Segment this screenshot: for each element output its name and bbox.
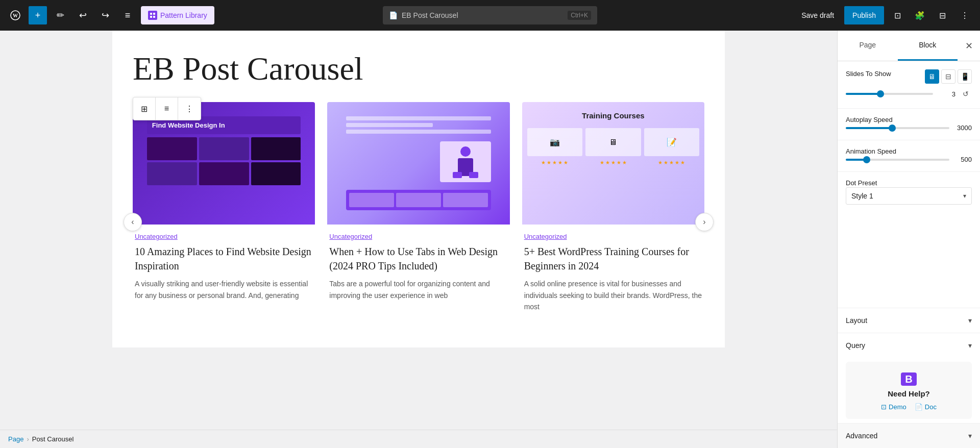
advanced-collapse-header[interactable]: Advanced ▾ <box>838 424 980 448</box>
layout-chevron: ▾ <box>968 316 972 325</box>
card-3-meta: Uncategorized 5+ Best WordPress Training… <box>522 225 704 316</box>
layout-section: Layout ▾ <box>838 308 980 333</box>
slides-icon-tablet[interactable]: ⊟ <box>941 69 955 84</box>
pattern-library-label: Pattern Library <box>160 11 207 19</box>
card3-icon-3: 📝 <box>667 137 677 147</box>
carousel-next-button[interactable]: › <box>695 213 714 232</box>
tab-page[interactable]: Page <box>838 31 898 61</box>
doc-link[interactable]: 📄 Doc <box>915 403 937 411</box>
slides-to-show-section: Slides To Show 🖥 ⊟ 📱 <box>846 69 972 100</box>
layout-label: Layout <box>846 316 867 325</box>
save-draft-button[interactable]: Save draft <box>795 8 840 22</box>
breadcrumb-current: Post Carousel <box>32 435 74 443</box>
settings-button[interactable]: ⊟ <box>933 6 951 24</box>
tab-block[interactable]: Block <box>898 31 958 61</box>
dot-preset-select[interactable]: Style 1 ▾ <box>846 187 972 205</box>
need-help-title: Need Help? <box>854 389 964 398</box>
carousel-card-1: Find Website Design In <box>133 102 315 316</box>
desktop-icon: 🖥 <box>928 72 936 81</box>
more-toolbar-icon: ⋮ <box>185 104 193 114</box>
top-bar-right: Save draft Publish ⊡ 🧩 ⊟ ⋮ <box>795 6 974 24</box>
pattern-library-icon <box>148 11 157 20</box>
animation-slider-row: 500 <box>846 156 972 163</box>
undo-button[interactable]: ↩ <box>74 6 92 24</box>
view-button[interactable]: ⊡ <box>888 6 906 24</box>
sidebar-header: Page Block ✕ <box>838 31 980 61</box>
card-1-excerpt: A visually striking and user-friendly we… <box>135 278 313 301</box>
advanced-label: Advanced <box>846 432 877 440</box>
carousel-prev-button[interactable]: ‹ <box>124 213 142 232</box>
slides-refresh-button[interactable]: ↺ <box>960 88 972 100</box>
card-2-meta: Uncategorized When + How to Use Tabs in … <box>327 225 509 305</box>
page-title: EB Post Carousel <box>133 51 704 87</box>
card-1-grid <box>147 137 301 185</box>
editor-scroll-container[interactable]: ⊞ ≡ ⋮ EB Post Carousel <box>0 31 837 430</box>
list-icon: ≡ <box>164 104 169 113</box>
breadcrumb: Page › Post Carousel <box>0 430 837 448</box>
card-2-excerpt: Tabs are a powerful tool for organizing … <box>329 278 507 301</box>
breadcrumb-page-link[interactable]: Page <box>8 435 23 443</box>
slides-slider-track[interactable] <box>846 93 933 95</box>
search-bar[interactable]: 📄 EB Post Carousel Ctrl+K <box>383 6 597 24</box>
carousel-cards: Find Website Design In <box>133 102 704 316</box>
slides-icon-mobile[interactable]: 📱 <box>958 69 972 84</box>
card-2-category[interactable]: Uncategorized <box>329 233 507 240</box>
animation-slider-thumb[interactable] <box>863 156 870 163</box>
card-1-image: Find Website Design In <box>133 102 315 225</box>
add-block-button[interactable]: + <box>29 6 47 24</box>
slides-to-show-label: Slides To Show <box>846 70 891 78</box>
publish-button[interactable]: Publish <box>844 6 884 24</box>
mobile-icon: 📱 <box>961 72 969 81</box>
next-arrow-icon: › <box>703 218 705 227</box>
card-3-image-title: Training Courses <box>527 107 699 124</box>
advanced-chevron: ▾ <box>968 432 972 440</box>
need-help-box: B Need Help? ⊡ Demo 📄 Doc <box>846 362 972 419</box>
card-3-title: 5+ Best WordPress Training Courses for B… <box>524 244 702 273</box>
animation-value: 500 <box>953 156 972 163</box>
autoplay-slider-track[interactable] <box>846 127 949 129</box>
block-toolbar: ⊞ ≡ ⋮ <box>133 97 201 120</box>
card-1-thumb-1 <box>147 137 197 160</box>
card-1-thumb-2 <box>199 137 249 160</box>
sidebar-close-button[interactable]: ✕ <box>958 35 980 57</box>
carousel-card-3: Training Courses 📷 ★ <box>522 102 704 316</box>
query-collapse-header[interactable]: Query ▾ <box>846 333 972 358</box>
card3-icon-1: 📷 <box>550 137 560 147</box>
undo-icon: ↩ <box>79 10 87 21</box>
slides-slider-thumb[interactable] <box>877 90 884 97</box>
prev-arrow-icon: ‹ <box>131 218 134 227</box>
card-3-category[interactable]: Uncategorized <box>524 233 702 240</box>
card-1-thumb-4 <box>147 162 197 185</box>
autoplay-slider-fill <box>846 127 892 129</box>
query-chevron: ▾ <box>968 341 972 350</box>
grid-icon: ⊞ <box>141 104 148 114</box>
breadcrumb-separator: › <box>27 435 29 443</box>
list-view-button[interactable]: ≡ <box>156 97 178 120</box>
autoplay-slider-thumb[interactable] <box>889 125 896 132</box>
svg-rect-3 <box>153 13 155 15</box>
menu-button[interactable]: ≡ <box>118 6 137 24</box>
card-1-category[interactable]: Uncategorized <box>135 233 313 240</box>
layout-collapse-header[interactable]: Layout ▾ <box>846 308 972 333</box>
svg-rect-4 <box>150 16 152 18</box>
top-bar: W + ✏ ↩ ↪ ≡ Pattern Library 📄 EB Post Ca… <box>0 0 980 31</box>
more-options-button[interactable]: ⋮ <box>955 6 974 24</box>
slides-value: 3 <box>937 90 955 98</box>
redo-button[interactable]: ↪ <box>96 6 114 24</box>
redo-icon: ↪ <box>102 10 109 21</box>
animation-slider-track[interactable] <box>846 159 949 161</box>
slides-icon-desktop[interactable]: 🖥 <box>925 69 939 84</box>
pattern-library-button[interactable]: Pattern Library <box>141 6 214 24</box>
svg-rect-2 <box>150 13 152 15</box>
demo-link[interactable]: ⊡ Demo <box>881 403 906 411</box>
more-toolbar-button[interactable]: ⋮ <box>178 97 201 120</box>
carousel-section: Find Website Design In <box>133 102 704 316</box>
divider-3 <box>838 171 980 172</box>
carousel-card-2: Uncategorized When + How to Use Tabs in … <box>327 102 509 316</box>
puzzle-button[interactable]: 🧩 <box>911 6 929 24</box>
edit-button[interactable]: ✏ <box>51 6 69 24</box>
grid-view-button[interactable]: ⊞ <box>133 97 156 120</box>
svg-rect-9 <box>469 172 478 178</box>
card-1-meta: Uncategorized 10 Amazing Places to Find … <box>133 225 315 305</box>
advanced-section: Advanced ▾ <box>838 423 980 448</box>
